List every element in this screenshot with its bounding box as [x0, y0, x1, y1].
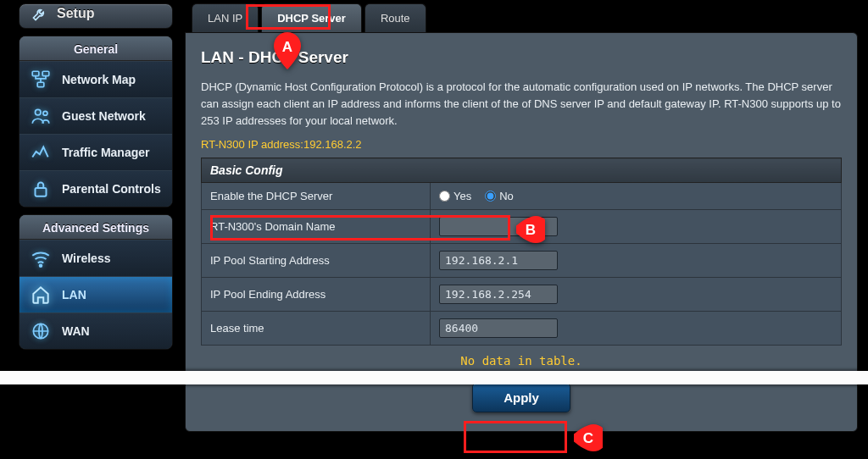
- radio-yes-label: Yes: [453, 190, 471, 202]
- setup-label: Setup: [57, 6, 94, 21]
- annotation-box-c: [464, 421, 567, 453]
- basic-config-table: Basic Config Enable the DHCP Server Yes …: [201, 158, 842, 346]
- annotation-letter: B: [516, 222, 545, 239]
- setup-button[interactable]: Setup: [19, 3, 173, 29]
- sidebar-item-label: Guest Network: [62, 109, 146, 123]
- guest-network-icon: [30, 107, 52, 125]
- svg-rect-5: [36, 188, 47, 196]
- sidebar-item-label: Wireless: [62, 252, 110, 265]
- svg-point-3: [36, 109, 42, 115]
- sidebar-item-parental-controls[interactable]: Parental Controls: [19, 170, 172, 207]
- enable-dhcp-label: Enable the DHCP Server: [202, 183, 431, 210]
- tab-route[interactable]: Route: [364, 3, 426, 32]
- tab-label: Route: [381, 12, 410, 25]
- svg-rect-1: [42, 71, 49, 75]
- annotation-pin-a: A: [273, 32, 302, 69]
- annotation-letter: A: [273, 39, 302, 56]
- pool-end-label: IP Pool Ending Address: [202, 278, 431, 312]
- lock-icon: [30, 180, 52, 198]
- sidebar-item-lan[interactable]: LAN: [19, 276, 172, 312]
- svg-rect-0: [32, 71, 39, 75]
- tab-label: LAN IP: [208, 12, 242, 25]
- apply-button[interactable]: Apply: [472, 383, 570, 412]
- sidebar-item-label: Network Map: [62, 73, 136, 86]
- sidebar-item-label: WAN: [62, 324, 90, 338]
- annotation-letter: C: [574, 430, 603, 447]
- sidebar-item-traffic-manager[interactable]: Traffic Manager: [19, 134, 172, 170]
- sidebar-item-label: Parental Controls: [62, 182, 161, 196]
- enable-dhcp-yes-radio[interactable]: [439, 191, 450, 202]
- page-break-tear: [0, 371, 868, 384]
- ip-address-value: 192.168.2.2: [303, 138, 362, 151]
- pool-start-input[interactable]: [439, 251, 558, 270]
- apply-button-label: Apply: [504, 390, 539, 405]
- ip-address-label: RT-N300 IP address:: [201, 138, 303, 151]
- enable-dhcp-no[interactable]: No: [485, 190, 514, 202]
- svg-point-6: [40, 264, 42, 267]
- pool-end-input[interactable]: [439, 285, 558, 304]
- advanced-section: Advanced Settings Wireless LAN WAN: [19, 214, 173, 350]
- lease-time-label: Lease time: [202, 312, 431, 346]
- svg-point-4: [43, 111, 47, 115]
- traffic-manager-icon: [30, 143, 52, 162]
- sidebar-item-network-map[interactable]: Network Map: [19, 61, 172, 97]
- sidebar-item-label: Traffic Manager: [62, 146, 149, 159]
- enable-dhcp-no-radio[interactable]: [485, 191, 496, 202]
- network-map-icon: [30, 70, 52, 89]
- sidebar-item-wan[interactable]: WAN: [19, 312, 172, 349]
- radio-no-label: No: [499, 190, 514, 202]
- sidebar-item-label: LAN: [62, 288, 86, 301]
- general-section: General Network Map Guest Network Traffi…: [19, 36, 173, 207]
- ip-address-line: RT-N300 IP address:192.168.2.2: [201, 138, 842, 151]
- basic-config-header: Basic Config: [202, 158, 842, 183]
- page-description: DHCP (Dynamic Host Configuration Protoco…: [201, 79, 842, 130]
- svg-rect-2: [37, 82, 44, 86]
- enable-dhcp-radio-group: Yes No: [439, 190, 832, 202]
- wrench-icon: [31, 5, 48, 22]
- wireless-icon: [30, 249, 52, 268]
- lease-time-input[interactable]: [439, 318, 558, 338]
- annotation-pin-b: B: [516, 211, 545, 248]
- pool-start-label: IP Pool Starting Address: [202, 244, 431, 278]
- annotation-box-a: [246, 4, 331, 30]
- globe-icon: [30, 322, 52, 340]
- general-header: General: [19, 36, 172, 61]
- sidebar: Setup General Network Map Guest Network: [0, 0, 180, 459]
- sidebar-item-wireless[interactable]: Wireless: [19, 240, 172, 276]
- home-icon: [30, 285, 52, 304]
- enable-dhcp-yes[interactable]: Yes: [439, 190, 471, 202]
- annotation-box-b: [210, 215, 510, 241]
- sidebar-item-guest-network[interactable]: Guest Network: [19, 97, 172, 134]
- advanced-header: Advanced Settings: [19, 215, 172, 240]
- annotation-pin-c: C: [574, 419, 603, 456]
